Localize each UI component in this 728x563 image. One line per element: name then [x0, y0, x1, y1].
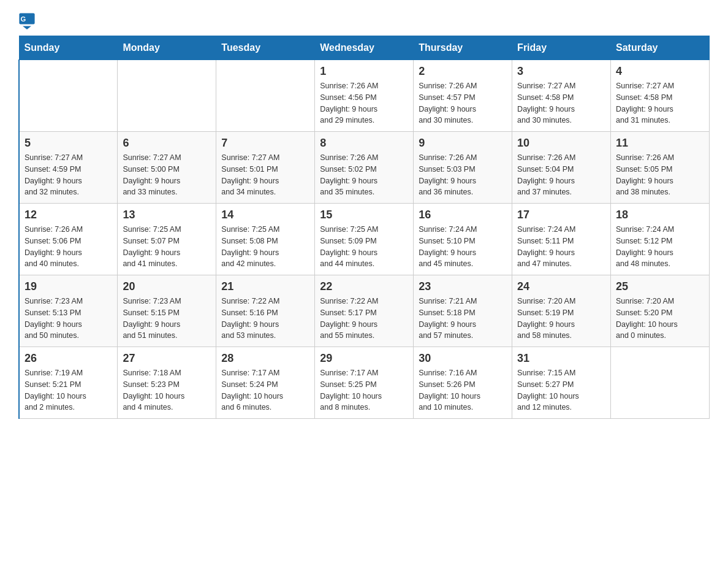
calendar-cell: 25Sunrise: 7:20 AM Sunset: 5:20 PM Dayli…: [611, 275, 710, 347]
calendar-cell: 31Sunrise: 7:15 AM Sunset: 5:27 PM Dayli…: [512, 347, 611, 419]
calendar-cell: 17Sunrise: 7:24 AM Sunset: 5:11 PM Dayli…: [512, 204, 611, 275]
calendar-week-row: 19Sunrise: 7:23 AM Sunset: 5:13 PM Dayli…: [19, 275, 710, 347]
day-number: 23: [419, 280, 507, 293]
day-number: 26: [25, 352, 112, 365]
day-info: Sunrise: 7:21 AM Sunset: 5:18 PM Dayligh…: [419, 296, 507, 342]
calendar-cell: 13Sunrise: 7:25 AM Sunset: 5:07 PM Dayli…: [118, 204, 216, 275]
day-info: Sunrise: 7:16 AM Sunset: 5:26 PM Dayligh…: [419, 367, 507, 413]
calendar-cell: 11Sunrise: 7:26 AM Sunset: 5:05 PM Dayli…: [611, 132, 710, 204]
calendar-cell: 9Sunrise: 7:26 AM Sunset: 5:03 PM Daylig…: [414, 132, 512, 204]
calendar-cell: 7Sunrise: 7:27 AM Sunset: 5:01 PM Daylig…: [216, 132, 315, 204]
weekday-header-thursday: Thursday: [414, 36, 512, 60]
calendar-cell: 27Sunrise: 7:18 AM Sunset: 5:23 PM Dayli…: [118, 347, 216, 419]
day-info: Sunrise: 7:19 AM Sunset: 5:21 PM Dayligh…: [25, 367, 112, 413]
weekday-header-tuesday: Tuesday: [216, 36, 315, 60]
calendar-cell: 12Sunrise: 7:26 AM Sunset: 5:06 PM Dayli…: [19, 204, 118, 275]
day-info: Sunrise: 7:24 AM Sunset: 5:12 PM Dayligh…: [616, 224, 704, 270]
day-info: Sunrise: 7:26 AM Sunset: 5:03 PM Dayligh…: [419, 152, 507, 198]
calendar-cell: 26Sunrise: 7:19 AM Sunset: 5:21 PM Dayli…: [19, 347, 118, 419]
day-info: Sunrise: 7:20 AM Sunset: 5:20 PM Dayligh…: [616, 296, 704, 342]
calendar-body: 1Sunrise: 7:26 AM Sunset: 4:56 PM Daylig…: [19, 60, 710, 419]
weekday-header-friday: Friday: [512, 36, 611, 60]
calendar-week-row: 5Sunrise: 7:27 AM Sunset: 4:59 PM Daylig…: [19, 132, 710, 204]
day-info: Sunrise: 7:24 AM Sunset: 5:11 PM Dayligh…: [517, 224, 605, 270]
calendar-cell: 30Sunrise: 7:16 AM Sunset: 5:26 PM Dayli…: [414, 347, 512, 419]
day-number: 4: [616, 65, 704, 78]
day-number: 30: [419, 352, 507, 365]
day-info: Sunrise: 7:25 AM Sunset: 5:08 PM Dayligh…: [221, 224, 309, 270]
day-info: Sunrise: 7:26 AM Sunset: 5:05 PM Dayligh…: [616, 152, 704, 198]
calendar-cell: 18Sunrise: 7:24 AM Sunset: 5:12 PM Dayli…: [611, 204, 710, 275]
day-info: Sunrise: 7:26 AM Sunset: 4:57 PM Dayligh…: [419, 80, 507, 126]
calendar-cell: 1Sunrise: 7:26 AM Sunset: 4:56 PM Daylig…: [315, 60, 414, 132]
weekday-header-row: SundayMondayTuesdayWednesdayThursdayFrid…: [19, 36, 710, 60]
day-number: 22: [320, 280, 408, 293]
calendar-cell: 10Sunrise: 7:26 AM Sunset: 5:04 PM Dayli…: [512, 132, 611, 204]
day-info: Sunrise: 7:27 AM Sunset: 5:00 PM Dayligh…: [123, 152, 211, 198]
day-number: 9: [419, 137, 507, 150]
day-info: Sunrise: 7:25 AM Sunset: 5:09 PM Dayligh…: [320, 224, 408, 270]
calendar-cell: [611, 347, 710, 419]
page-header: G: [18, 12, 710, 29]
day-number: 24: [517, 280, 605, 293]
day-info: Sunrise: 7:18 AM Sunset: 5:23 PM Dayligh…: [123, 367, 211, 413]
calendar-cell: 23Sunrise: 7:21 AM Sunset: 5:18 PM Dayli…: [414, 275, 512, 347]
day-info: Sunrise: 7:27 AM Sunset: 4:58 PM Dayligh…: [616, 80, 704, 126]
day-number: 31: [517, 352, 605, 365]
day-number: 2: [419, 65, 507, 78]
weekday-header-sunday: Sunday: [19, 36, 118, 60]
calendar-cell: 8Sunrise: 7:26 AM Sunset: 5:02 PM Daylig…: [315, 132, 414, 204]
svg-text:G: G: [21, 15, 26, 23]
day-number: 14: [221, 209, 309, 221]
day-number: 5: [25, 137, 112, 150]
day-info: Sunrise: 7:20 AM Sunset: 5:19 PM Dayligh…: [517, 296, 605, 342]
day-number: 21: [221, 280, 309, 293]
day-number: 8: [320, 137, 408, 150]
day-info: Sunrise: 7:24 AM Sunset: 5:10 PM Dayligh…: [419, 224, 507, 270]
day-number: 1: [320, 65, 408, 78]
calendar-cell: [118, 60, 216, 132]
calendar-cell: 15Sunrise: 7:25 AM Sunset: 5:09 PM Dayli…: [315, 204, 414, 275]
calendar-cell: [216, 60, 315, 132]
day-number: 19: [25, 280, 112, 293]
weekday-header-saturday: Saturday: [611, 36, 710, 60]
calendar-cell: 28Sunrise: 7:17 AM Sunset: 5:24 PM Dayli…: [216, 347, 315, 419]
day-number: 25: [616, 280, 704, 293]
day-info: Sunrise: 7:26 AM Sunset: 4:56 PM Dayligh…: [320, 80, 408, 126]
logo-icon: G: [18, 12, 36, 29]
calendar-cell: 22Sunrise: 7:22 AM Sunset: 5:17 PM Dayli…: [315, 275, 414, 347]
day-number: 28: [221, 352, 309, 365]
day-info: Sunrise: 7:27 AM Sunset: 4:58 PM Dayligh…: [517, 80, 605, 126]
day-number: 18: [616, 209, 704, 221]
day-number: 11: [616, 137, 704, 150]
day-number: 16: [419, 209, 507, 221]
calendar-week-row: 1Sunrise: 7:26 AM Sunset: 4:56 PM Daylig…: [19, 60, 710, 132]
day-number: 12: [25, 209, 112, 221]
day-number: 29: [320, 352, 408, 365]
calendar-cell: 14Sunrise: 7:25 AM Sunset: 5:08 PM Dayli…: [216, 204, 315, 275]
day-number: 27: [123, 352, 211, 365]
day-info: Sunrise: 7:22 AM Sunset: 5:16 PM Dayligh…: [221, 296, 309, 342]
calendar-cell: 4Sunrise: 7:27 AM Sunset: 4:58 PM Daylig…: [611, 60, 710, 132]
day-number: 3: [517, 65, 605, 78]
day-info: Sunrise: 7:25 AM Sunset: 5:07 PM Dayligh…: [123, 224, 211, 270]
calendar-cell: 16Sunrise: 7:24 AM Sunset: 5:10 PM Dayli…: [414, 204, 512, 275]
day-info: Sunrise: 7:15 AM Sunset: 5:27 PM Dayligh…: [517, 367, 605, 413]
day-info: Sunrise: 7:22 AM Sunset: 5:17 PM Dayligh…: [320, 296, 408, 342]
day-info: Sunrise: 7:27 AM Sunset: 4:59 PM Dayligh…: [25, 152, 112, 198]
logo: G: [18, 12, 38, 29]
day-number: 17: [517, 209, 605, 221]
day-number: 15: [320, 209, 408, 221]
day-info: Sunrise: 7:27 AM Sunset: 5:01 PM Dayligh…: [221, 152, 309, 198]
calendar-week-row: 12Sunrise: 7:26 AM Sunset: 5:06 PM Dayli…: [19, 204, 710, 275]
day-number: 10: [517, 137, 605, 150]
day-number: 7: [221, 137, 309, 150]
day-info: Sunrise: 7:23 AM Sunset: 5:13 PM Dayligh…: [25, 296, 112, 342]
calendar-table: SundayMondayTuesdayWednesdayThursdayFrid…: [18, 36, 710, 419]
calendar-header: SundayMondayTuesdayWednesdayThursdayFrid…: [19, 36, 710, 60]
day-info: Sunrise: 7:23 AM Sunset: 5:15 PM Dayligh…: [123, 296, 211, 342]
calendar-cell: 2Sunrise: 7:26 AM Sunset: 4:57 PM Daylig…: [414, 60, 512, 132]
calendar-cell: 5Sunrise: 7:27 AM Sunset: 4:59 PM Daylig…: [19, 132, 118, 204]
calendar-cell: 6Sunrise: 7:27 AM Sunset: 5:00 PM Daylig…: [118, 132, 216, 204]
day-info: Sunrise: 7:26 AM Sunset: 5:02 PM Dayligh…: [320, 152, 408, 198]
